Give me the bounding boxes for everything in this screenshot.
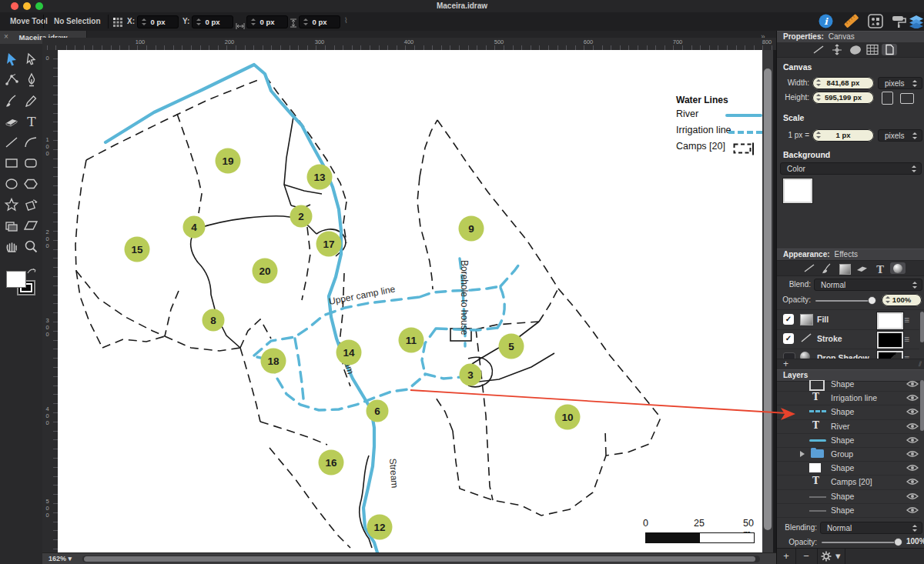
constrain-link-icon[interactable]: ⌇ bbox=[344, 16, 348, 25]
camp-marker[interactable]: 17 bbox=[316, 232, 342, 257]
camp-marker[interactable]: 15 bbox=[125, 237, 150, 262]
rectangle-tool[interactable] bbox=[4, 155, 21, 172]
arc-tool[interactable] bbox=[23, 135, 40, 152]
camp-marker[interactable]: 9 bbox=[459, 216, 484, 242]
opacity-value-input[interactable]: 100% bbox=[882, 294, 922, 306]
layer-row[interactable]: Shape bbox=[777, 503, 919, 518]
appearance-stroke-icon[interactable] bbox=[802, 262, 817, 274]
fill-color-swatch[interactable] bbox=[877, 312, 903, 329]
appearance-eraser-icon[interactable] bbox=[855, 262, 870, 274]
appearance-brush-icon[interactable] bbox=[819, 262, 835, 274]
shape-library-icon[interactable] bbox=[868, 14, 883, 32]
anchor-grid-icon[interactable] bbox=[112, 16, 122, 30]
add-layer-button[interactable]: + bbox=[777, 549, 795, 564]
info-icon[interactable]: i bbox=[819, 14, 833, 32]
panel-resize-grip[interactable]: ⫽ bbox=[919, 360, 922, 369]
visibility-eye-icon[interactable] bbox=[906, 506, 919, 514]
ruler-icon[interactable] bbox=[842, 14, 859, 32]
camp-marker[interactable]: 13 bbox=[307, 165, 333, 190]
visibility-eye-icon[interactable] bbox=[906, 408, 919, 415]
layer-row[interactable]: T Irrigation line bbox=[777, 391, 919, 405]
canvas-width-input[interactable]: 841,68 px bbox=[812, 77, 874, 89]
blend-mode-dropdown[interactable]: Normal bbox=[814, 279, 922, 291]
layer-row[interactable]: T Camps [20] bbox=[777, 475, 919, 489]
brush-tool[interactable] bbox=[4, 93, 21, 110]
portrait-orientation-icon[interactable] bbox=[882, 92, 893, 105]
camp-marker[interactable]: 19 bbox=[216, 149, 241, 174]
camp-marker[interactable]: 18 bbox=[261, 349, 286, 374]
effect-row-fill[interactable]: ✓ Fill ≡ bbox=[777, 310, 919, 330]
visibility-eye-icon[interactable] bbox=[906, 380, 919, 388]
fill-stroke-swatches[interactable] bbox=[6, 271, 37, 300]
remove-layer-button[interactable]: − bbox=[796, 549, 816, 564]
pencil-tool[interactable] bbox=[23, 93, 40, 110]
camp-marker[interactable]: 5 bbox=[499, 334, 524, 359]
visibility-eye-icon[interactable] bbox=[906, 450, 919, 458]
eraser-tool[interactable] bbox=[4, 114, 21, 131]
effect-row-stroke[interactable]: ✓ Stroke ≡ bbox=[777, 329, 919, 349]
canvas-horizontal-scrollbar[interactable] bbox=[82, 556, 760, 562]
layer-row[interactable]: Shape bbox=[777, 380, 919, 392]
camp-marker[interactable]: 2 bbox=[290, 205, 313, 228]
camp-marker[interactable]: 6 bbox=[367, 400, 389, 422]
opacity-slider[interactable] bbox=[815, 300, 875, 302]
star-tool[interactable] bbox=[4, 197, 21, 214]
visibility-eye-icon[interactable] bbox=[906, 464, 919, 472]
node-tool[interactable] bbox=[4, 72, 21, 89]
line-tool[interactable] bbox=[4, 135, 21, 152]
disclosure-triangle-icon[interactable] bbox=[800, 451, 805, 457]
layout-tool[interactable] bbox=[4, 218, 21, 235]
tab-transform-properties[interactable] bbox=[829, 44, 845, 55]
layer-blending-dropdown[interactable]: Normal bbox=[820, 522, 922, 534]
hand-tool[interactable] bbox=[4, 239, 21, 255]
text-tool[interactable]: T bbox=[23, 114, 40, 131]
add-effect-button[interactable]: + bbox=[783, 359, 788, 369]
rotate-tool[interactable] bbox=[23, 197, 40, 214]
appearance-effects-icon[interactable] bbox=[890, 262, 906, 274]
fill-swatch[interactable] bbox=[6, 271, 26, 288]
tab-canvas-properties[interactable] bbox=[882, 44, 897, 55]
stroke-color-swatch[interactable] bbox=[877, 332, 903, 349]
zoom-tool[interactable] bbox=[23, 239, 40, 255]
layer-row[interactable]: Shape bbox=[777, 461, 919, 476]
y-position-input[interactable]: 0 px bbox=[192, 15, 233, 28]
visibility-eye-icon[interactable] bbox=[906, 436, 919, 444]
scale-units-dropdown[interactable]: pixels bbox=[878, 129, 922, 142]
zoom-level-dropdown[interactable]: 162% ▾ bbox=[49, 555, 72, 562]
polygon-tool[interactable] bbox=[23, 176, 40, 193]
tab-grid-properties[interactable] bbox=[865, 44, 880, 55]
layer-row-group[interactable]: Group bbox=[777, 447, 919, 462]
style-roller-icon[interactable] bbox=[891, 15, 906, 32]
fill-checkbox[interactable]: ✓ bbox=[783, 314, 794, 325]
layer-options-gear-button[interactable]: ▾ bbox=[819, 549, 843, 564]
visibility-eye-icon[interactable] bbox=[906, 478, 919, 486]
canvas-height-input[interactable]: 595,199 px bbox=[812, 92, 874, 104]
camp-marker[interactable]: 16 bbox=[319, 450, 344, 476]
camp-marker[interactable]: 12 bbox=[367, 515, 393, 540]
width-units-dropdown[interactable]: pixels bbox=[878, 77, 922, 89]
direct-select-tool[interactable] bbox=[23, 52, 40, 68]
tab-stroke-properties[interactable] bbox=[811, 44, 826, 55]
appearance-fill-icon[interactable] bbox=[837, 262, 852, 274]
layer-opacity-slider[interactable] bbox=[822, 542, 902, 543]
visibility-eye-icon[interactable] bbox=[906, 422, 919, 430]
height-input[interactable]: 0 px bbox=[299, 15, 340, 28]
effect-row-drop-shadow[interactable]: Drop Shadow ≡ bbox=[777, 349, 919, 359]
move-tool[interactable] bbox=[4, 52, 21, 68]
layer-row[interactable]: T River bbox=[777, 419, 919, 434]
camp-marker[interactable]: 20 bbox=[253, 259, 278, 284]
layer-row[interactable]: Shape bbox=[777, 489, 919, 504]
x-position-input[interactable]: 0 px bbox=[137, 15, 179, 28]
pen-tool[interactable] bbox=[23, 72, 40, 89]
stroke-checkbox[interactable]: ✓ bbox=[783, 333, 794, 344]
background-type-dropdown[interactable]: Color bbox=[780, 162, 922, 175]
background-color-swatch[interactable] bbox=[783, 179, 812, 203]
stroke-drag-handle[interactable]: ≡ bbox=[904, 335, 909, 343]
visibility-eye-icon[interactable] bbox=[906, 394, 919, 402]
width-input[interactable]: 0 px bbox=[246, 15, 288, 28]
canvas-vertical-scrollbar[interactable] bbox=[762, 50, 773, 552]
rounded-rectangle-tool[interactable] bbox=[23, 155, 40, 172]
layer-row[interactable]: Shape bbox=[777, 433, 919, 448]
landscape-orientation-icon[interactable] bbox=[900, 93, 914, 104]
layers-panel-icon[interactable] bbox=[909, 15, 924, 32]
